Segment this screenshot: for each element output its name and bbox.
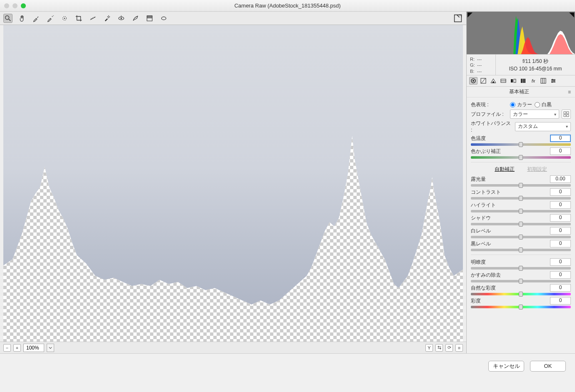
whites-slider-thumb[interactable] [519,235,523,240]
highlights-input[interactable]: 0 [550,201,571,209]
exposure-info: f/11 1/50 秒 ISO 100 16-45@16 mm [496,55,575,75]
contrast-slider-thumb[interactable] [519,196,523,201]
whites-input[interactable]: 0 [550,227,571,235]
tab-curve[interactable] [479,77,488,85]
tab-lens[interactable] [519,77,528,85]
histogram[interactable] [467,12,575,55]
svg-point-0 [5,15,9,19]
temp-slider-thumb[interactable] [519,142,523,147]
targeted-adjust-tool[interactable] [60,14,69,23]
shadows-slider-thumb[interactable] [519,222,523,227]
vibrance-slider-thumb[interactable] [519,292,523,297]
slider-contrast[interactable]: コントラスト0 [471,188,571,200]
radial-filter-tool[interactable] [159,14,168,23]
slider-blacks[interactable]: 黒レベル0 [471,240,571,251]
wb-select[interactable]: カスタム [515,122,571,131]
close-icon[interactable] [4,3,9,8]
red-eye-tool[interactable] [117,14,126,23]
zoom-out-button[interactable]: − [3,344,11,352]
slider-clarity[interactable]: 明瞭度0 [471,258,571,270]
zoom-tool[interactable] [3,14,12,23]
ok-button[interactable]: OK [530,361,566,372]
slider-highlights[interactable]: ハイライト0 [471,201,571,212]
whites-slider-track[interactable] [471,236,571,238]
slider-exposure[interactable]: 露光量0.00 [471,175,571,187]
slider-shadows[interactable]: シャドウ0 [471,214,571,225]
tab-calibration[interactable] [539,77,548,85]
zoom-dropdown[interactable] [47,344,54,352]
color-sampler-tool[interactable] [46,14,55,23]
treatment-bw-radio[interactable]: 白黒 [535,101,552,108]
contrast-input[interactable]: 0 [550,188,571,196]
exposure-input[interactable]: 0.00 [550,175,571,183]
swap-button[interactable]: ⟳ [445,344,453,352]
tint-input[interactable]: 0 [550,147,571,155]
minimize-icon[interactable] [12,3,18,8]
dehaze-input[interactable]: 0 [550,271,571,279]
histogram-graph [467,14,575,54]
tab-hsl[interactable] [499,77,508,85]
vibrance-slider-track[interactable] [471,293,571,295]
fullscreen-icon[interactable] [453,14,463,23]
straighten-tool[interactable] [88,14,98,23]
clarity-slider-thumb[interactable] [519,266,523,271]
crop-tool[interactable] [74,14,83,23]
zoom-value[interactable]: 100% [23,344,44,352]
blacks-input[interactable]: 0 [550,240,571,247]
wb-eyedropper-tool[interactable] [32,14,41,23]
slider-temp[interactable]: 色温度0 [471,135,571,146]
saturation-slider-thumb[interactable] [519,305,523,310]
temp-slider-track[interactable] [471,143,571,146]
profile-select[interactable]: カラー [510,110,559,119]
shadows-slider-track[interactable] [471,223,571,225]
slider-vibrance[interactable]: 自然な彩度0 [471,284,571,295]
slider-tint[interactable]: 色かぶり補正0 [471,147,571,159]
contrast-slider-track[interactable] [471,197,571,200]
treatment-color-radio[interactable]: カラー [510,101,532,108]
dehaze-slider-thumb[interactable] [519,279,523,284]
blacks-slider-thumb[interactable] [519,247,523,252]
compare-button[interactable]: Y [425,344,433,352]
dehaze-slider-track[interactable] [471,280,571,282]
highlights-slider-track[interactable] [471,210,571,212]
hand-tool[interactable] [18,14,27,23]
graduated-filter-tool[interactable] [145,14,154,23]
default-button[interactable]: 初期設定 [527,166,547,173]
profile-browser-button[interactable] [562,110,571,119]
auto-button[interactable]: 自動補正 [495,166,515,173]
exposure-slider-track[interactable] [471,184,571,187]
saturation-input[interactable]: 0 [550,297,571,305]
svg-rect-20 [514,79,516,82]
saturation-slider-track[interactable] [471,306,571,308]
tab-basic[interactable] [469,77,478,85]
tab-fx[interactable]: fx [529,77,538,85]
slider-whites[interactable]: 白レベル0 [471,227,571,238]
image-canvas[interactable] [3,25,463,342]
tab-split[interactable] [509,77,518,85]
panel-menu-icon[interactable]: ≡ [568,89,571,95]
tint-slider-thumb[interactable] [519,155,523,160]
tab-presets[interactable] [549,77,558,85]
clarity-input[interactable]: 0 [550,258,571,266]
prefs-button[interactable]: ≡ [455,344,463,352]
blacks-slider-track[interactable] [471,249,571,251]
shadows-input[interactable]: 0 [550,214,571,222]
spot-removal-tool[interactable] [102,14,112,23]
exposure-slider-thumb[interactable] [519,183,523,188]
svg-line-1 [9,19,11,21]
before-after-button[interactable]: ⇆ [435,344,443,352]
slider-saturation[interactable]: 彩度0 [471,297,571,308]
zoom-in-button[interactable]: + [13,344,21,352]
temp-input[interactable]: 0 [550,135,571,142]
zoom-icon[interactable] [21,3,26,8]
panel-tabs: fx [467,75,575,87]
adjustment-brush-tool[interactable] [131,14,140,23]
tint-slider-track[interactable] [471,156,571,159]
cancel-button[interactable]: キャンセル [488,361,524,372]
clarity-slider-track[interactable] [471,267,571,270]
tab-detail[interactable] [489,77,498,85]
vibrance-input[interactable]: 0 [550,284,571,292]
highlights-slider-thumb[interactable] [519,209,523,214]
slider-dehaze[interactable]: かすみの除去0 [471,271,571,282]
titlebar: Camera Raw (AdobeStock_181355448.psd) [0,0,575,12]
